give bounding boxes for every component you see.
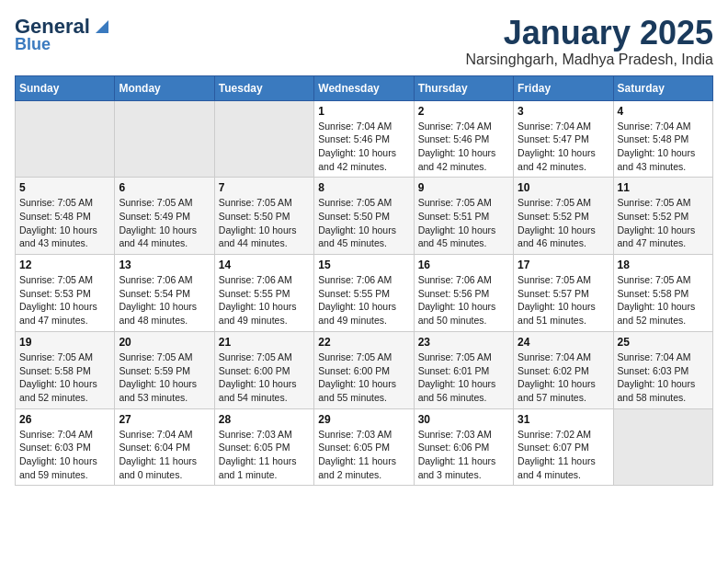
day-cell: 13Sunrise: 7:06 AMSunset: 5:54 PMDayligh… (115, 255, 214, 332)
day-info: Sunrise: 7:03 AMSunset: 6:05 PMDaylight:… (219, 428, 310, 482)
day-info-line: and 55 minutes. (318, 392, 387, 403)
day-cell: 3Sunrise: 7:04 AMSunset: 5:47 PMDaylight… (514, 100, 613, 178)
day-info-line: Sunset: 5:50 PM (318, 211, 390, 222)
day-info-line: and 47 minutes. (618, 237, 687, 248)
day-cell: 21Sunrise: 7:05 AMSunset: 6:00 PMDayligh… (214, 331, 313, 408)
day-info-line: Sunrise: 7:05 AM (418, 197, 492, 208)
day-info-line: Daylight: 10 hours (19, 224, 97, 236)
day-info-line: and 48 minutes. (119, 315, 188, 326)
day-info: Sunrise: 7:05 AMSunset: 5:59 PMDaylight:… (119, 350, 210, 405)
day-info-line: Sunrise: 7:05 AM (19, 197, 93, 208)
day-info-line: Sunset: 5:57 PM (518, 288, 589, 299)
day-info-line: Sunrise: 7:05 AM (19, 351, 93, 362)
day-info-line: Sunset: 6:02 PM (518, 365, 589, 376)
day-info: Sunrise: 7:04 AMSunset: 6:02 PMDaylight:… (518, 350, 609, 405)
col-header-sunday: Sunday (16, 75, 115, 100)
day-info-line: Sunset: 5:53 PM (19, 288, 91, 299)
day-info-line: and 56 minutes. (418, 392, 487, 403)
day-info-line: and 3 minutes. (418, 469, 482, 480)
day-info-line: and 49 minutes. (318, 315, 387, 326)
week-row-3: 12Sunrise: 7:05 AMSunset: 5:53 PMDayligh… (16, 255, 713, 332)
col-header-monday: Monday (115, 75, 214, 100)
day-info-line: and 42 minutes. (518, 161, 586, 172)
day-info: Sunrise: 7:05 AMSunset: 5:52 PMDaylight:… (518, 196, 609, 250)
calendar-table: SundayMondayTuesdayWednesdayThursdayFrid… (15, 75, 713, 487)
day-info-line: Sunrise: 7:03 AM (219, 429, 292, 440)
day-info-line: Sunrise: 7:04 AM (518, 121, 591, 132)
day-info-line: Daylight: 10 hours (19, 455, 97, 466)
day-cell: 20Sunrise: 7:05 AMSunset: 5:59 PMDayligh… (115, 331, 214, 408)
day-info-line: Sunset: 5:59 PM (119, 365, 190, 376)
day-cell: 16Sunrise: 7:06 AMSunset: 5:56 PMDayligh… (414, 255, 513, 332)
week-row-5: 26Sunrise: 7:04 AMSunset: 6:03 PMDayligh… (16, 408, 713, 486)
day-info-line: Daylight: 10 hours (119, 224, 197, 236)
day-info-line: Daylight: 10 hours (119, 378, 197, 389)
day-info-line: Daylight: 10 hours (119, 301, 197, 312)
day-info: Sunrise: 7:05 AMSunset: 6:00 PMDaylight:… (318, 350, 409, 405)
day-info-line: Daylight: 10 hours (518, 301, 596, 312)
day-info-line: Daylight: 10 hours (618, 224, 696, 236)
day-info-line: Sunset: 5:46 PM (418, 133, 490, 144)
day-info-line: Sunrise: 7:05 AM (119, 351, 192, 362)
day-info-line: Daylight: 10 hours (19, 301, 97, 312)
day-info-line: Sunset: 6:04 PM (119, 442, 190, 453)
day-info: Sunrise: 7:05 AMSunset: 5:50 PMDaylight:… (219, 196, 310, 250)
day-info-line: and 2 minutes. (318, 469, 381, 480)
day-info-line: and 50 minutes. (418, 315, 487, 326)
day-info-line: Daylight: 10 hours (418, 378, 496, 389)
day-cell: 1Sunrise: 7:04 AMSunset: 5:46 PMDaylight… (314, 100, 414, 178)
day-info-line: Daylight: 10 hours (19, 378, 97, 389)
day-info-line: and 0 minutes. (119, 469, 182, 480)
day-cell: 14Sunrise: 7:06 AMSunset: 5:55 PMDayligh… (214, 255, 313, 332)
day-info-line: Sunset: 6:06 PM (418, 442, 490, 453)
day-number: 27 (119, 413, 210, 426)
day-info-line: and 52 minutes. (19, 392, 88, 403)
day-info-line: and 47 minutes. (19, 315, 88, 326)
day-cell: 19Sunrise: 7:05 AMSunset: 5:58 PMDayligh… (16, 331, 115, 408)
day-info-line: Daylight: 10 hours (618, 301, 696, 312)
day-info-line: and 51 minutes. (518, 315, 586, 326)
day-info-line: Sunset: 6:03 PM (618, 365, 689, 376)
day-info-line: Daylight: 10 hours (418, 147, 496, 158)
day-info-line: and 44 minutes. (119, 237, 188, 248)
day-info-line: Sunrise: 7:02 AM (518, 429, 591, 440)
title-block: January 2025 Narsinghgarh, Madhya Prades… (466, 15, 714, 68)
day-cell (613, 408, 712, 486)
day-number: 28 (219, 413, 310, 426)
day-cell: 8Sunrise: 7:05 AMSunset: 5:50 PMDaylight… (314, 178, 414, 255)
day-number: 4 (618, 105, 709, 118)
col-header-thursday: Thursday (414, 75, 513, 100)
day-info-line: Daylight: 11 hours (219, 455, 297, 466)
day-info: Sunrise: 7:05 AMSunset: 5:52 PMDaylight:… (618, 196, 709, 250)
day-info-line: Sunset: 5:49 PM (119, 211, 190, 222)
day-number: 6 (119, 181, 210, 194)
day-info-line: and 59 minutes. (19, 469, 88, 480)
day-cell (115, 100, 214, 178)
day-info-line: Sunset: 5:55 PM (318, 288, 390, 299)
day-cell: 6Sunrise: 7:05 AMSunset: 5:49 PMDaylight… (115, 178, 214, 255)
day-info-line: Sunrise: 7:05 AM (418, 351, 492, 362)
day-cell: 31Sunrise: 7:02 AMSunset: 6:07 PMDayligh… (514, 408, 613, 486)
day-info-line: Sunset: 5:54 PM (119, 288, 190, 299)
day-number: 20 (119, 336, 210, 349)
day-info-line: Sunrise: 7:06 AM (318, 274, 392, 285)
day-cell: 24Sunrise: 7:04 AMSunset: 6:02 PMDayligh… (514, 331, 613, 408)
day-info-line: Sunset: 6:00 PM (219, 365, 290, 376)
day-number: 11 (618, 181, 709, 194)
day-info: Sunrise: 7:03 AMSunset: 6:05 PMDaylight:… (318, 428, 409, 482)
day-info: Sunrise: 7:04 AMSunset: 5:47 PMDaylight:… (518, 120, 609, 174)
day-info-line: Sunrise: 7:05 AM (219, 351, 292, 362)
day-info-line: Sunset: 6:07 PM (518, 442, 589, 453)
page-header: General Blue January 2025 Narsinghgarh, … (15, 15, 713, 68)
day-info-line: Sunrise: 7:04 AM (318, 121, 392, 132)
day-number: 22 (318, 336, 409, 349)
day-info-line: Sunrise: 7:04 AM (119, 429, 192, 440)
day-info-line: and 49 minutes. (219, 315, 288, 326)
day-info: Sunrise: 7:06 AMSunset: 5:55 PMDaylight:… (318, 273, 409, 327)
page-title: January 2025 (466, 15, 714, 52)
day-info-line: Sunrise: 7:05 AM (518, 197, 591, 208)
day-number: 13 (119, 259, 210, 271)
col-header-wednesday: Wednesday (314, 75, 414, 100)
day-cell: 29Sunrise: 7:03 AMSunset: 6:05 PMDayligh… (314, 408, 414, 486)
day-info-line: Sunrise: 7:03 AM (318, 429, 392, 440)
